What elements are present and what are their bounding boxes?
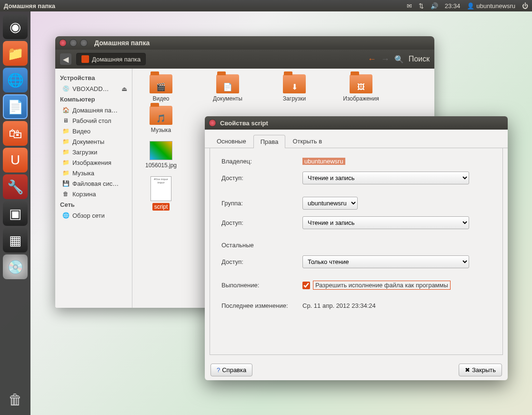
- minimize-button[interactable]: [70, 39, 77, 47]
- desktop-icon: 🖥: [62, 117, 70, 124]
- search-label[interactable]: Поиск: [409, 55, 430, 63]
- dialog-content: Владелец:ubuntunewsru Доступ:Чтение и за…: [210, 148, 503, 355]
- trash-icon[interactable]: 🗑: [3, 387, 28, 412]
- others-access-label: Доступ:: [221, 258, 302, 265]
- terminal-icon[interactable]: ▣: [3, 201, 28, 226]
- top-panel: Домашняя папка ✉ ⇅ 🔊 23:34 👤 ubuntunewsr…: [0, 0, 532, 11]
- owner-value: ubuntunewsru: [302, 158, 345, 165]
- sidebar-item-trash[interactable]: 🗑Корзина: [57, 189, 130, 199]
- software-center-icon[interactable]: 🛍: [3, 121, 28, 146]
- tab-basic[interactable]: Основные: [210, 134, 253, 148]
- home-icon: [81, 55, 89, 63]
- tab-permissions[interactable]: Права: [253, 135, 286, 148]
- sidebar-section-computer: Компьютер: [57, 94, 130, 105]
- sidebar-item-pictures[interactable]: 📁Изображения: [57, 157, 130, 168]
- mail-icon[interactable]: ✉: [407, 2, 412, 10]
- sidebar-item-desktop[interactable]: 🖥Рабочий стол: [57, 115, 130, 126]
- group-label: Группа:: [221, 200, 302, 207]
- sidebar-section-devices: Устройства: [57, 72, 130, 83]
- execute-label: Выполнение:: [221, 282, 302, 289]
- sidebar-item-browse[interactable]: 🌐Обзор сети: [57, 210, 130, 221]
- nautilus-titlebar[interactable]: Домашняя папка: [55, 36, 434, 50]
- workspace-icon[interactable]: ▦: [3, 228, 28, 253]
- sidebar-item-video[interactable]: 📁Видео: [57, 126, 130, 136]
- home-icon: 🏠: [62, 106, 70, 114]
- owner-label: Владелец:: [221, 158, 302, 165]
- search-icon[interactable]: 🔍: [394, 55, 404, 64]
- nautilus-toolbar: ◀ Домашняя папка ← → 🔍 Поиск: [55, 50, 434, 69]
- modified-value: Ср. 11 апр. 2012 23:34:24: [302, 302, 376, 309]
- folder-icon: 📁: [62, 159, 70, 166]
- network-icon: 🌐: [62, 212, 70, 219]
- dialog-close-button[interactable]: [209, 119, 216, 127]
- folder-documents[interactable]: 📄Документы: [204, 74, 251, 102]
- sidebar-item-music[interactable]: 📁Музыка: [57, 168, 130, 178]
- forward-button[interactable]: →: [381, 54, 390, 64]
- firefox-icon[interactable]: 🌐: [3, 68, 28, 92]
- tab-openwith[interactable]: Открыть в: [285, 134, 329, 148]
- file-script[interactable]: #!/us impor imporscript: [137, 176, 185, 211]
- user-menu[interactable]: 👤 ubuntunewsru: [467, 2, 515, 10]
- ubuntu-one-icon[interactable]: U: [3, 148, 28, 172]
- sidebar-item-filesystem[interactable]: 💾Файловая сис…: [57, 178, 130, 189]
- power-icon[interactable]: ⏻: [522, 2, 528, 10]
- panel-title: Домашняя папка: [4, 2, 407, 10]
- folder-video[interactable]: 🎬Видео: [137, 74, 185, 102]
- file-image[interactable]: 1056015.jpg: [137, 141, 185, 169]
- others-label: Остальные: [221, 242, 302, 249]
- breadcrumb[interactable]: Домашняя папка: [76, 53, 146, 65]
- help-button[interactable]: ?Справка: [211, 364, 252, 376]
- maximize-button[interactable]: [80, 39, 88, 47]
- path-toggle-button[interactable]: ◀: [60, 53, 71, 65]
- sound-icon[interactable]: 🔊: [431, 2, 438, 10]
- clock[interactable]: 23:34: [445, 2, 461, 10]
- back-button[interactable]: ←: [368, 54, 376, 64]
- execute-checkbox[interactable]: [302, 282, 310, 289]
- sidebar-section-network: Сеть: [57, 199, 130, 210]
- writer-icon[interactable]: 📄: [3, 94, 28, 119]
- sidebar-item-documents[interactable]: 📁Документы: [57, 136, 130, 147]
- settings-icon[interactable]: 🔧: [3, 174, 28, 199]
- folder-pictures[interactable]: 🖼Изображения: [337, 74, 385, 102]
- properties-dialog: Свойства script Основные Права Открыть в…: [205, 116, 508, 380]
- files-icon[interactable]: 📁: [3, 41, 28, 66]
- unity-launcher: ◉ 📁 🌐 📄 🛍 U 🔧 ▣ ▦ 💿 🗑: [0, 11, 30, 415]
- indicators: ✉ ⇅ 🔊 23:34 👤 ubuntunewsru ⏻: [407, 2, 528, 10]
- dialog-title: Свойства script: [220, 120, 268, 127]
- dialog-titlebar[interactable]: Свойства script: [205, 116, 508, 130]
- window-title: Домашняя папка: [94, 39, 150, 47]
- sidebar-item-vbox[interactable]: 💿VBOXADD…⏏: [57, 83, 130, 94]
- owner-access-label: Доступ:: [221, 174, 302, 182]
- folder-icon: 📁: [62, 127, 70, 135]
- drive-icon: 💾: [62, 180, 70, 187]
- close-button[interactable]: ✖Закрыть: [459, 364, 502, 376]
- folder-icon: 📁: [62, 169, 70, 177]
- folder-icon: 📁: [62, 148, 70, 156]
- disc-icon[interactable]: 💿: [3, 254, 28, 279]
- disc-icon: 💿: [62, 85, 70, 92]
- sidebar-item-downloads[interactable]: 📁Загрузки: [57, 147, 130, 157]
- dialog-tabs: Основные Права Открыть в: [205, 130, 508, 148]
- trash-icon: 🗑: [62, 190, 70, 198]
- sidebar-item-home[interactable]: 🏠Домашняя па…: [57, 105, 130, 115]
- sidebar: Устройства 💿VBOXADD…⏏ Компьютер 🏠Домашня…: [55, 69, 132, 308]
- others-access-select[interactable]: Только чтение: [302, 255, 469, 268]
- group-access-select[interactable]: Чтение и запись: [302, 216, 469, 229]
- execute-text[interactable]: Разрешить исполнение файла как программы: [313, 281, 451, 290]
- group-access-label: Доступ:: [221, 219, 302, 226]
- owner-access-select[interactable]: Чтение и запись: [302, 172, 469, 184]
- folder-downloads[interactable]: ⬇Загрузки: [271, 74, 318, 102]
- modified-label: Последнее изменение:: [221, 302, 302, 309]
- dash-icon[interactable]: ◉: [3, 14, 28, 39]
- folder-icon: 📁: [62, 138, 70, 145]
- folder-music[interactable]: 🎵Музыка: [137, 106, 185, 133]
- network-icon[interactable]: ⇅: [419, 2, 424, 10]
- eject-icon[interactable]: ⏏: [121, 85, 127, 92]
- dialog-footer: ?Справка ✖Закрыть: [205, 360, 508, 380]
- group-select[interactable]: ubuntunewsru: [302, 197, 358, 210]
- close-button[interactable]: [59, 39, 67, 47]
